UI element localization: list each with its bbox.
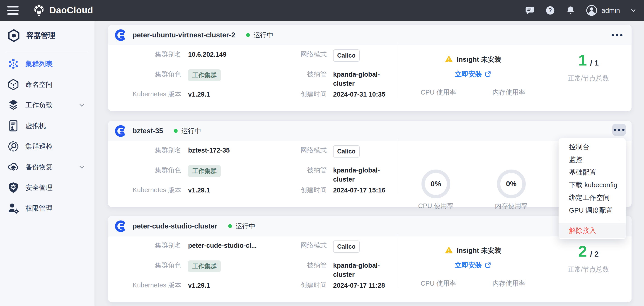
menu-divider: [565, 220, 619, 220]
sidebar-item-label: 备份恢复: [26, 162, 52, 172]
sidebar-item-label: 命名空间: [26, 80, 52, 89]
cluster-alias: bztest-172-35: [188, 145, 270, 155]
menu-item-basic-config[interactable]: 基础配置: [558, 166, 626, 178]
menu-item-disconnect[interactable]: 解除接入: [558, 223, 626, 238]
install-now-link[interactable]: 立即安装: [407, 69, 539, 79]
menu-item-bind-workspace[interactable]: 绑定工作空间: [558, 191, 626, 204]
sidebar-item-workloads[interactable]: 工作负载: [0, 97, 94, 113]
cluster-dots-icon: [7, 58, 20, 70]
cluster-info-grid: 集群别名 10.6.202.149 网络模式 Calico 集群角色 工作集群 …: [108, 50, 399, 109]
sidebar-item-virtual-machines[interactable]: 虚拟机: [0, 118, 94, 134]
nodes-ready-count: 1: [578, 52, 587, 68]
cluster-alias: 10.6.202.149: [188, 50, 270, 60]
field-label: Kubernetes 版本: [108, 185, 181, 195]
field-label: 网络模式: [270, 145, 327, 155]
external-link-icon: [485, 71, 491, 77]
cluster-alias: peter-cude-studio-cl...: [188, 240, 270, 250]
status-dot: [174, 129, 178, 133]
cpu-usage-label: CPU 使用率: [420, 88, 456, 97]
cpu-usage-label: CPU 使用率: [418, 202, 454, 210]
menu-item-console[interactable]: 控制台: [558, 140, 626, 153]
k8s-version-value: v1.29.1: [188, 280, 270, 290]
field-label: 集群别名: [108, 145, 181, 155]
field-label: Kubernetes 版本: [108, 89, 181, 99]
notification-bell-icon[interactable]: [566, 6, 576, 16]
field-label: 被纳管: [270, 260, 327, 270]
status-dot: [246, 33, 250, 37]
sidebar-item-permission-management[interactable]: 权限管理: [0, 200, 94, 216]
cluster-name: peter-ubuntu-virtnest-cluster-2: [132, 31, 235, 39]
chevron-down-icon[interactable]: [79, 164, 85, 170]
namespace-cube-icon: [7, 78, 20, 91]
sidebar-item-backup-restore[interactable]: 备份恢复: [0, 159, 94, 175]
k8s-version-value: v1.29.1: [188, 89, 270, 99]
field-label: 被纳管: [270, 165, 327, 175]
managed-by-value: kpanda-global-cluster: [333, 69, 399, 88]
cluster-card-bztest-35: bztest-35 运行中 集群别名 bztest-172-35 网络模式 Ca…: [108, 121, 632, 207]
nodes-total-count: / 2: [590, 250, 599, 258]
cluster-card-peter-cude-studio-cluster: peter-cude-studio-cluster 运行中 集群别名 peter…: [108, 216, 632, 302]
message-icon[interactable]: [525, 6, 535, 16]
cluster-role-badge: 工作集群: [188, 260, 221, 272]
card-header: peter-ubuntu-virtnest-cluster-2 运行中: [108, 25, 632, 45]
sidebar-item-label: 集群列表: [26, 60, 52, 69]
cluster-icon: [115, 220, 127, 232]
field-label: 创建时间: [270, 185, 327, 195]
menu-item-monitoring[interactable]: 监控: [558, 153, 626, 166]
sidebar-item-namespace[interactable]: 命名空间: [0, 76, 94, 92]
network-mode-badge: Calico: [333, 240, 360, 253]
status-badge: 运行中: [246, 30, 273, 40]
help-icon[interactable]: ?: [545, 6, 555, 16]
menu-item-download-kubeconfig[interactable]: 下载 kubeconfig: [558, 178, 626, 191]
svg-text:?: ?: [548, 7, 552, 13]
network-mode-badge: Calico: [333, 50, 360, 62]
chevron-down-icon[interactable]: [630, 8, 636, 13]
inspect-magnifier-icon: [7, 140, 20, 152]
section-divider: [397, 234, 397, 288]
field-label: 被纳管: [270, 69, 327, 79]
chevron-down-icon[interactable]: [79, 102, 85, 108]
network-mode-badge: Calico: [333, 145, 360, 158]
field-label: 集群别名: [108, 50, 181, 60]
card-header: bztest-35 运行中: [108, 121, 632, 141]
managed-by-value: kpanda-global-cluster: [333, 260, 399, 279]
container-management-icon: [7, 29, 20, 42]
field-label: 创建时间: [270, 280, 327, 290]
more-actions-button[interactable]: [612, 25, 622, 45]
topbar-actions: ? admin: [525, 5, 636, 16]
cluster-card-peter-ubuntu-virtnest-cluster-2: peter-ubuntu-virtnest-cluster-2 运行中 集群别名…: [108, 25, 632, 111]
cpu-usage-value: 0%: [430, 180, 441, 188]
status-dot: [228, 224, 232, 228]
field-label: 网络模式: [270, 240, 327, 250]
menu-item-gpu-scheduling[interactable]: GPU 调度配置: [558, 204, 626, 217]
sidebar-item-cluster-inspection[interactable]: 集群巡检: [0, 138, 94, 154]
created-at-value: 2024-07-17 11:28: [333, 280, 399, 290]
backup-cloud-icon: [7, 161, 20, 173]
node-ratio-caption: 正常/节点总数: [550, 265, 627, 274]
created-at-value: 2024-07-17 15:16: [333, 185, 399, 195]
security-shield-icon: [7, 182, 20, 194]
k8s-version-value: v1.29.1: [188, 185, 270, 195]
sidebar: 容器管理 集群列表 命名空间: [0, 21, 94, 306]
sidebar-item-security-management[interactable]: 安全管理: [0, 180, 94, 196]
install-now-link[interactable]: 立即安装: [407, 260, 539, 270]
more-actions-button-active[interactable]: [612, 124, 626, 136]
cluster-role-badge: 工作集群: [188, 69, 221, 81]
node-ratio-caption: 正常/节点总数: [550, 74, 627, 83]
sidebar-module-title-text: 容器管理: [26, 30, 55, 40]
field-label: 集群角色: [108, 69, 181, 79]
sidebar-item-label: 权限管理: [26, 204, 52, 213]
sidebar-item-label: 工作负载: [26, 101, 52, 110]
cluster-actions-dropdown: 控制台 监控 基础配置 下载 kubeconfig 绑定工作空间 GPU 调度配…: [558, 138, 626, 239]
card-header: peter-cude-studio-cluster 运行中: [108, 216, 632, 236]
cluster-icon: [115, 125, 127, 137]
node-count-section: 2 / 2 正常/节点总数: [550, 236, 627, 274]
hamburger-menu-icon[interactable]: [7, 6, 18, 15]
user-menu[interactable]: admin: [586, 5, 620, 16]
sidebar-item-label: 集群巡检: [26, 142, 52, 151]
cluster-name: bztest-35: [132, 127, 163, 135]
warning-icon: [444, 246, 453, 255]
workload-layers-icon: [7, 99, 20, 111]
sidebar-item-cluster-list[interactable]: 集群列表: [0, 56, 94, 72]
status-badge: 运行中: [174, 126, 201, 136]
